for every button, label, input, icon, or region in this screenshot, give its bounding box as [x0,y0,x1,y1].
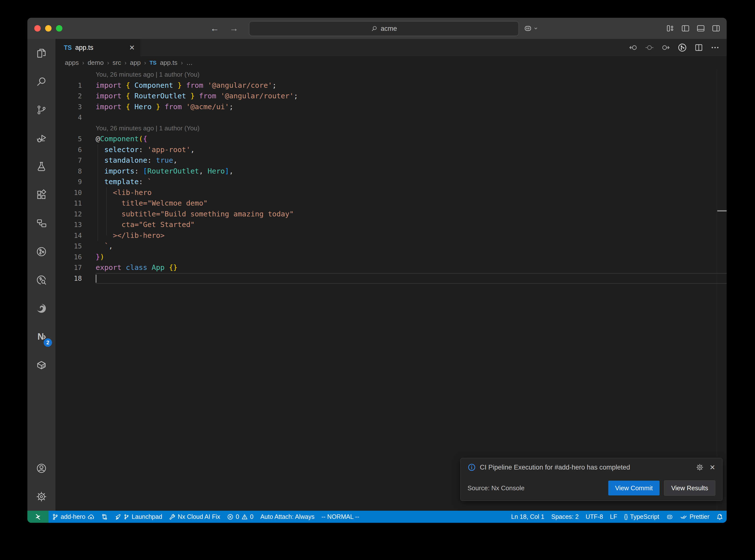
statusbar-copilot[interactable] [662,511,677,523]
maximize-window-button[interactable] [56,25,62,32]
statusbar-launchpad[interactable]: Launchpad [111,511,166,523]
breadcrumb-file[interactable]: app.ts [160,59,178,66]
sidebar-item-explorer[interactable] [27,39,56,67]
minimize-window-button[interactable] [45,25,52,32]
line-number[interactable]: 17 [56,262,96,273]
line-number[interactable]: 3 [56,102,96,113]
sidebar-item-accounts[interactable] [27,454,56,482]
reverse-continue-icon[interactable] [645,43,654,52]
line-number[interactable]: 15 [56,241,96,252]
tab-app-ts[interactable]: TS app.ts ✕ [56,39,140,56]
code-line[interactable]: 18 [56,273,727,284]
breadcrumb-more[interactable]: … [186,59,193,66]
close-notification-icon[interactable]: ✕ [710,463,715,472]
code-line[interactable]: 11 title="Welcmoe demo" [56,198,727,209]
sidebar-item-git-graph-search[interactable] [27,266,56,294]
line-number[interactable]: 4 [56,112,96,123]
sidebar-item-testing[interactable] [27,152,56,181]
split-editor-icon[interactable] [694,43,703,52]
toggle-secondary-sidebar-icon[interactable] [711,24,721,33]
sidebar-item-search[interactable] [27,67,56,96]
sidebar-item-run-debug[interactable] [27,124,56,152]
more-actions-icon[interactable] [710,43,720,52]
statusbar-nx-cloud-fix[interactable]: Nx Cloud AI Fix [166,511,224,523]
line-number[interactable]: 1 [56,80,96,91]
notification-settings-gear-icon[interactable] [696,463,704,471]
sidebar-item-nx-console[interactable]: N› 2 [27,322,56,351]
statusbar-notifications[interactable] [713,511,727,523]
line-number[interactable]: 7 [56,155,96,166]
breadcrumb-item[interactable]: app [130,59,141,66]
command-center-search[interactable]: acme [249,21,519,36]
line-number[interactable]: 8 [56,166,96,177]
code-line[interactable]: 1import { Component } from '@angular/cor… [56,80,727,91]
statusbar-auto-attach[interactable]: Auto Attach: Always [257,511,318,523]
sidebar-item-edge-tools[interactable] [27,294,56,322]
code-line[interactable]: 14 ></lib-hero> [56,230,727,241]
customize-layout-icon[interactable] [665,24,675,33]
statusbar-vim-mode[interactable]: -- NORMAL -- [318,511,362,523]
statusbar-compare[interactable] [98,511,111,523]
line-number[interactable]: 2 [56,91,96,102]
sidebar-item-git-graph[interactable] [27,237,56,266]
line-number[interactable]: 13 [56,219,96,230]
line-number[interactable]: 5 [56,134,96,144]
blame-line[interactable]: You, 26 minutes ago | 1 author (You) [56,123,727,134]
line-number[interactable]: 12 [56,209,96,220]
code-line[interactable]: 2import { RouterOutlet } from '@angular/… [56,91,727,102]
line-number[interactable]: 10 [56,187,96,198]
code-line[interactable]: 7 standalone: true, [56,155,727,166]
line-number[interactable] [56,123,96,134]
toggle-sidebar-icon[interactable] [681,24,690,33]
back-arrow-icon[interactable]: ← [210,23,219,34]
code-line[interactable]: 16}) [56,252,727,262]
statusbar-cursor-position[interactable]: Ln 18, Col 1 [508,511,548,523]
blame-line[interactable]: You, 26 minutes ago | 1 author (You) [56,69,727,80]
sidebar-item-containers[interactable] [27,351,56,379]
line-number[interactable]: 11 [56,198,96,209]
code-line[interactable]: 9 template: ` [56,177,727,187]
forward-arrow-icon[interactable]: → [230,23,238,34]
breadcrumb-item[interactable]: demo [87,59,103,66]
breadcrumb-item[interactable]: src [113,59,121,66]
statusbar-branch[interactable]: add-hero [48,511,98,523]
close-tab-icon[interactable]: ✕ [129,44,135,52]
view-results-button[interactable]: View Results [664,480,715,496]
statusbar-language[interactable]: {} TypeScript [621,511,662,523]
view-commit-button[interactable]: View Commit [608,481,660,495]
sidebar-item-settings[interactable] [27,482,56,511]
git-graph-action-icon[interactable] [677,43,687,53]
code-line[interactable]: 6 selector: 'app-root', [56,144,727,155]
statusbar-problems[interactable]: 0 0 [224,511,257,523]
line-number[interactable]: 16 [56,252,96,262]
statusbar-formatter[interactable]: Prettier [677,511,713,523]
code-editor[interactable]: You, 26 minutes ago | 1 author (You)1imp… [56,69,727,511]
sidebar-item-source-control[interactable] [27,96,56,124]
code-line[interactable]: 4 [56,112,727,123]
line-number[interactable]: 6 [56,144,96,155]
code-line[interactable]: 10 <lib-hero [56,187,727,198]
code-line[interactable]: 12 subtitle="Build something amazing tod… [56,209,727,220]
sidebar-item-extensions[interactable] [27,181,56,209]
code-line[interactable]: 5@Component({ [56,134,727,144]
code-line[interactable]: 8 imports: [RouterOutlet, Hero], [56,166,727,177]
line-number[interactable]: 18 [56,273,96,284]
code-line[interactable]: 13 cta="Get Started" [56,219,727,230]
code-line[interactable]: 15 `, [56,241,727,252]
statusbar-eol[interactable]: LF [607,511,621,523]
code-line[interactable]: 17export class App {} [56,262,727,273]
code-line[interactable]: 3import { Hero } from '@acme/ui'; [56,102,727,113]
continue-icon[interactable] [661,43,671,52]
toggle-panel-icon[interactable] [696,24,706,33]
line-number[interactable]: 14 [56,230,96,241]
step-back-icon[interactable] [629,43,638,52]
line-number[interactable]: 9 [56,177,96,187]
close-window-button[interactable] [34,25,41,32]
remote-indicator[interactable] [27,511,48,523]
line-number[interactable] [56,69,96,80]
copilot-menu[interactable] [523,18,538,39]
sidebar-item-remote-explorer[interactable] [27,209,56,237]
statusbar-encoding[interactable]: UTF-8 [582,511,607,523]
breadcrumb-item[interactable]: apps [65,59,79,66]
statusbar-indentation[interactable]: Spaces: 2 [548,511,582,523]
